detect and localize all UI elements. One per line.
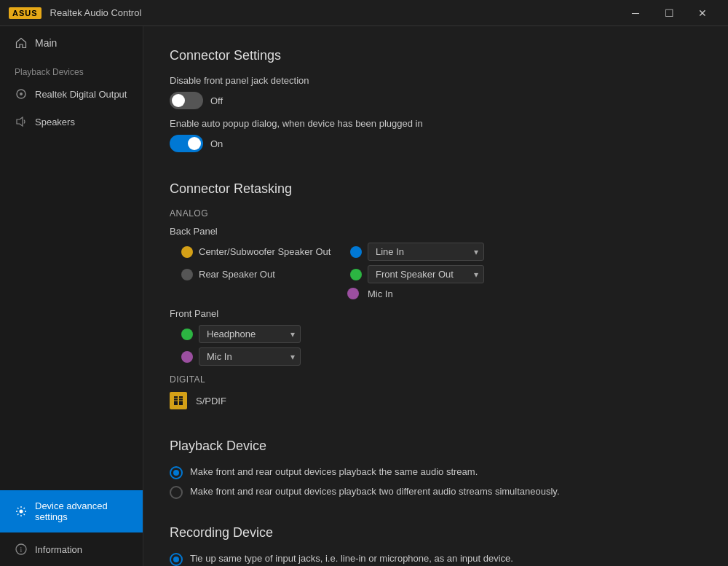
speakers-label: Speakers [35,117,75,127]
playback-device-section: Playback Device Make front and rear outp… [170,439,702,499]
digital-output-icon [15,87,28,101]
connector-dot-0 [181,246,193,258]
svg-point-3 [20,510,23,514]
back-panel-select-wrapper-1[interactable]: Line In Mic In Front Speaker Out Rear Sp… [368,265,484,283]
sidebar-item-realtek-digital-output[interactable]: Realtek Digital Output [0,80,143,108]
sidebar: Main Playback Devices Realtek Digital Ou… [0,26,143,566]
front-panel-select-wrapper-1[interactable]: Headphone Mic In Line In [199,347,301,366]
svg-marker-2 [17,117,23,126]
front-panel-select-0[interactable]: Headphone Mic In Line In [199,325,301,343]
enable-auto-popup-state: On [210,138,223,149]
playback-radio-row-0[interactable]: Make front and rear output devices playb… [170,465,702,479]
back-panel-select-wrapper-0[interactable]: Line In Mic In Front Speaker Out Rear Sp… [368,243,484,261]
realtek-digital-output-label: Realtek Digital Output [35,89,127,100]
playback-radio-label-1: Make front and rear output devices playb… [190,485,560,498]
recording-radio-0[interactable] [170,553,183,566]
spdif-row: S/PDIF [170,392,702,409]
connector-name-0: Center/Subwoofer Speaker Out [199,246,344,257]
front-panel-dot-0 [181,329,193,340]
front-panel-label: Front Panel [170,308,702,319]
sidebar-item-device-advanced-settings[interactable]: Device advanced settings [0,490,143,532]
front-panel-select-wrapper-0[interactable]: Headphone Mic In Line In [199,325,301,343]
connector-settings-title: Connector Settings [170,48,702,63]
toggle-thumb-on [188,137,201,150]
disable-front-panel-label: Disable front panel jack detection [170,75,702,86]
sidebar-item-speakers[interactable]: Speakers [0,108,143,135]
front-panel-section: Headphone Mic In Line In Headphone Mic I… [181,325,702,366]
playback-radio-label-0: Make front and rear output devices playb… [190,465,478,479]
maximize-button[interactable]: ☐ [652,0,686,26]
front-panel-select-1[interactable]: Headphone Mic In Line In [199,347,301,366]
device-advanced-settings-label: Device advanced settings [35,500,128,522]
speakers-icon [15,115,28,128]
disable-front-panel-state: Off [210,95,223,106]
toggle-thumb [172,94,185,107]
app-logo-area: ASUS Realtek Audio Control [9,7,141,19]
radio-inner-0 [173,470,179,476]
playback-device-title: Playback Device [170,439,702,454]
front-panel-row-0: Headphone Mic In Line In [181,325,702,343]
disable-front-panel-toggle-row: Off [170,92,702,109]
main-label: Main [35,37,57,49]
playback-radio-1[interactable] [170,486,183,499]
mic-in-row: Mic In [344,288,702,299]
back-panel-section: Center/Subwoofer Speaker Out Line In Mic… [181,243,702,299]
analog-label: ANALOG [170,208,702,219]
recording-device-section: Recording Device Tie up same type of inp… [170,525,702,566]
front-panel-row-1: Headphone Mic In Line In [181,347,702,366]
spdif-label: S/PDIF [196,396,226,406]
toggle-track-on[interactable] [170,135,203,152]
sidebar-item-main[interactable]: Main [0,26,143,60]
svg-point-1 [20,93,23,95]
connector-dot-1 [181,269,193,280]
back-panel-select-1[interactable]: Line In Mic In Front Speaker Out Rear Sp… [368,265,484,283]
disable-front-panel-toggle[interactable] [170,92,203,109]
information-icon: i [15,543,28,556]
recording-radio-row-0[interactable]: Tie up same type of input jacks, i.e. li… [170,552,702,566]
recording-device-title: Recording Device [170,525,702,541]
playback-section-label: Playback Devices [0,60,143,80]
enable-auto-popup-toggle-row: On [170,135,702,152]
recording-radio-label-0: Tie up same type of input jacks, i.e. li… [190,552,513,565]
digital-section: S/PDIF [170,392,702,409]
back-panel-select-0[interactable]: Line In Mic In Front Speaker Out Rear Sp… [368,243,484,261]
back-panel-row-0: Center/Subwoofer Speaker Out Line In Mic… [181,243,702,261]
connector-arrow-dot-1 [350,269,362,280]
home-icon [15,36,28,50]
device-settings-icon [15,505,28,518]
digital-label: DIGITAL [170,374,702,385]
connector-retasking-title: Connector Retasking [170,181,702,197]
app-title: Realtek Audio Control [50,7,142,18]
connector-retasking-section: Connector Retasking ANALOG Back Panel Ce… [170,181,702,409]
back-panel-label: Back Panel [170,226,702,237]
information-label: Information [35,544,82,555]
sidebar-item-information[interactable]: i Information [0,532,143,566]
titlebar: ASUS Realtek Audio Control ─ ☐ ✕ [0,0,728,26]
connector-name-1: Rear Speaker Out [199,269,344,280]
front-panel-dot-1 [181,351,193,363]
enable-auto-popup-label: Enable auto popup dialog, when device ha… [170,118,702,129]
minimize-button[interactable]: ─ [619,0,652,26]
svg-text:i: i [20,546,23,554]
sidebar-bottom: Device advanced settings i Information [0,490,143,566]
mic-in-dot [347,288,359,299]
spdif-icon [170,392,187,409]
app-body: Main Playback Devices Realtek Digital Ou… [0,26,728,566]
enable-auto-popup-toggle[interactable] [170,135,203,152]
back-panel-row-1: Rear Speaker Out Line In Mic In Front Sp… [181,265,702,283]
close-button[interactable]: ✕ [686,0,719,26]
asus-logo: ASUS [9,7,41,19]
toggle-track-off[interactable] [170,92,203,109]
playback-radio-0[interactable] [170,466,183,479]
connector-arrow-dot-0 [350,246,362,258]
radio-inner-rec-0 [173,557,179,562]
connector-settings-section: Connector Settings Disable front panel j… [170,48,702,152]
mic-in-label: Mic In [368,288,393,299]
content-area: Connector Settings Disable front panel j… [143,26,728,566]
playback-radio-row-1[interactable]: Make front and rear output devices playb… [170,485,702,499]
window-controls: ─ ☐ ✕ [619,0,719,26]
